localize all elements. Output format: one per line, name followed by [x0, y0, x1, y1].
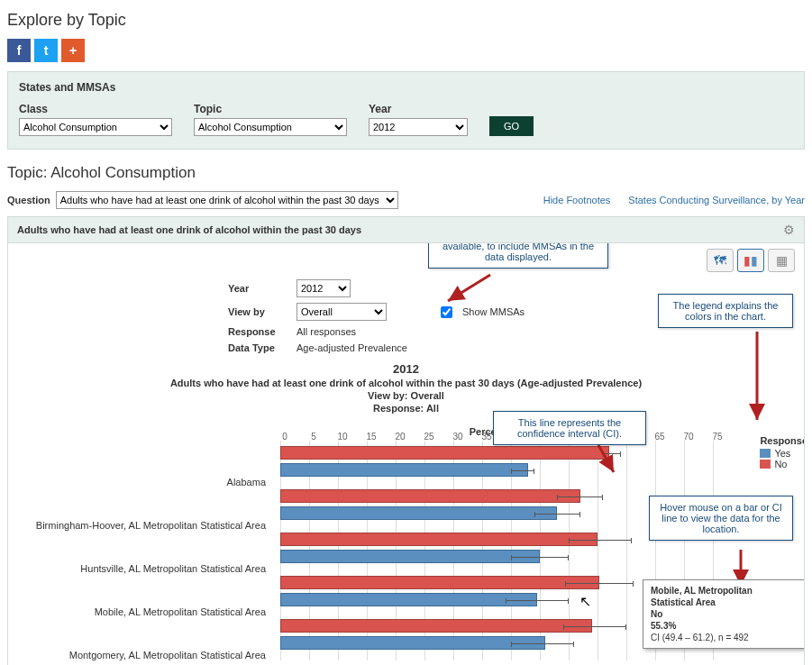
- category-label: Mobile, AL Metropolitan Statistical Area: [21, 590, 273, 633]
- go-button[interactable]: GO: [489, 116, 534, 136]
- topic-heading: Topic: Alcohol Consumption: [7, 164, 805, 182]
- legend-label-yes: Yes: [774, 448, 790, 459]
- chart-view-button[interactable]: ▮▮: [737, 249, 764, 272]
- bar-tooltip: Mobile, AL Metropolitan Statistical Area…: [643, 579, 805, 649]
- class-select[interactable]: Alcohol Consumption: [19, 118, 172, 136]
- tooltip-value: 55.3%: [651, 620, 797, 632]
- legend-title: Response: [760, 435, 805, 446]
- ci-no[interactable]: [563, 626, 626, 627]
- ctrl-response-label: Response: [228, 326, 289, 337]
- table-view-button[interactable]: ▦: [768, 249, 795, 272]
- category-label: Alabama: [21, 460, 273, 504]
- share-buttons: f t +: [7, 39, 805, 62]
- category-label: Birmingham-Hoover, AL Metropolitan Stati…: [21, 504, 273, 547]
- topic-label: Topic: [194, 103, 347, 115]
- bar-no[interactable]: [280, 533, 598, 546]
- map-view-button[interactable]: 🗺: [707, 249, 734, 272]
- question-label: Question: [7, 195, 50, 205]
- legend-label-no: No: [774, 459, 787, 469]
- bar-no[interactable]: [280, 489, 580, 503]
- ctrl-year-select[interactable]: 2012: [297, 279, 351, 297]
- category-label: Huntsville, AL Metropolitan Statistical …: [21, 547, 273, 590]
- chart-response: Response: All: [21, 403, 791, 414]
- ctrl-year-label: Year: [228, 283, 289, 294]
- chart-subtitle: Adults who have had at least one drink o…: [21, 378, 791, 388]
- gear-icon[interactable]: ⚙: [783, 223, 795, 237]
- surveillance-link[interactable]: States Conducting Surveillance, by Year: [628, 195, 805, 205]
- class-label: Class: [19, 103, 172, 115]
- section-title: Adults who have had at least one drink o…: [17, 224, 361, 235]
- section-bar: Adults who have had at least one drink o…: [7, 216, 805, 243]
- show-mmsa-label: Show MMSAs: [462, 306, 525, 317]
- callout-mmsa: Select this check box, when available, t…: [428, 243, 608, 269]
- show-mmsa-checkbox[interactable]: [441, 306, 452, 318]
- page-title: Explore by Topic: [7, 11, 805, 30]
- chart-viewby: View by: Overall: [21, 390, 791, 401]
- chart-year: 2012: [21, 362, 791, 376]
- ci-yes[interactable]: [511, 643, 574, 644]
- legend-swatch-no: [760, 460, 771, 469]
- bar-group: [280, 441, 713, 484]
- question-row: Question Adults who have had at least on…: [7, 191, 805, 209]
- category-label: Montgomery, AL Metropolitan Statistical …: [21, 633, 273, 665]
- ci-yes[interactable]: [511, 470, 534, 471]
- ci-no[interactable]: [603, 453, 620, 454]
- ci-yes[interactable]: [534, 514, 580, 515]
- bar-yes[interactable]: [280, 593, 537, 606]
- question-select[interactable]: Adults who have had at least one drink o…: [56, 191, 398, 209]
- callout-legend: The legend explains the colors in the ch…: [658, 294, 793, 328]
- chart-area: AlabamaBirmingham-Hoover, AL Metropolita…: [21, 426, 791, 660]
- year-select[interactable]: 2012: [369, 118, 468, 136]
- twitter-share-button[interactable]: t: [34, 39, 58, 62]
- ctrl-viewby-label: View by: [228, 306, 289, 317]
- table-icon: ▦: [776, 253, 788, 268]
- ci-no[interactable]: [565, 583, 634, 584]
- legend-swatch-yes: [760, 449, 771, 458]
- bar-yes[interactable]: [280, 636, 545, 650]
- content-panel: 🗺 ▮▮ ▦ Select this check box, when avail…: [7, 243, 805, 665]
- tooltip-detail: CI (49.4 – 61.2), n = 492: [651, 632, 797, 643]
- view-toggle-group: 🗺 ▮▮ ▦: [707, 249, 795, 272]
- legend: Response Yes No: [760, 435, 805, 469]
- ci-no[interactable]: [557, 496, 603, 497]
- topic-select[interactable]: Alcohol Consumption: [194, 118, 347, 136]
- filter-panel: States and MMSAs Class Alcohol Consumpti…: [7, 71, 805, 150]
- bar-yes[interactable]: [280, 550, 540, 563]
- callout-hover: Hover mouse on a bar or CI line to view …: [649, 496, 793, 541]
- tooltip-response: No: [651, 608, 797, 620]
- year-label: Year: [369, 103, 468, 115]
- bar-group: [280, 527, 713, 570]
- map-icon: 🗺: [714, 253, 726, 268]
- bar-no[interactable]: [280, 619, 592, 633]
- bar-yes[interactable]: [280, 463, 528, 477]
- ctrl-viewby-select[interactable]: Overall: [297, 303, 387, 321]
- chart-header: 2012 Adults who have had at least one dr…: [21, 362, 791, 414]
- ctrl-response-value: All responses: [297, 326, 356, 337]
- ci-yes[interactable]: [506, 600, 569, 601]
- bar-group: [280, 484, 713, 527]
- callout-ci: This line represents the confidence inte…: [493, 411, 646, 445]
- bar-no[interactable]: [280, 576, 599, 589]
- ci-yes[interactable]: [511, 557, 569, 558]
- ctrl-datatype-label: Data Type: [228, 342, 289, 353]
- hide-footnotes-link[interactable]: Hide Footnotes: [543, 195, 611, 205]
- addthis-share-button[interactable]: +: [61, 39, 85, 62]
- tooltip-location: Mobile, AL Metropolitan Statistical Area: [651, 585, 797, 608]
- filter-panel-title: States and MMSAs: [19, 81, 793, 94]
- facebook-share-button[interactable]: f: [7, 39, 31, 62]
- ctrl-datatype-value: Age-adjusted Prevalence: [297, 342, 407, 353]
- bar-chart-icon: ▮▮: [744, 253, 758, 268]
- cursor-icon: ↖: [579, 593, 591, 610]
- bar-no[interactable]: [280, 446, 609, 460]
- ci-no[interactable]: [569, 540, 632, 541]
- bar-yes[interactable]: [280, 506, 557, 520]
